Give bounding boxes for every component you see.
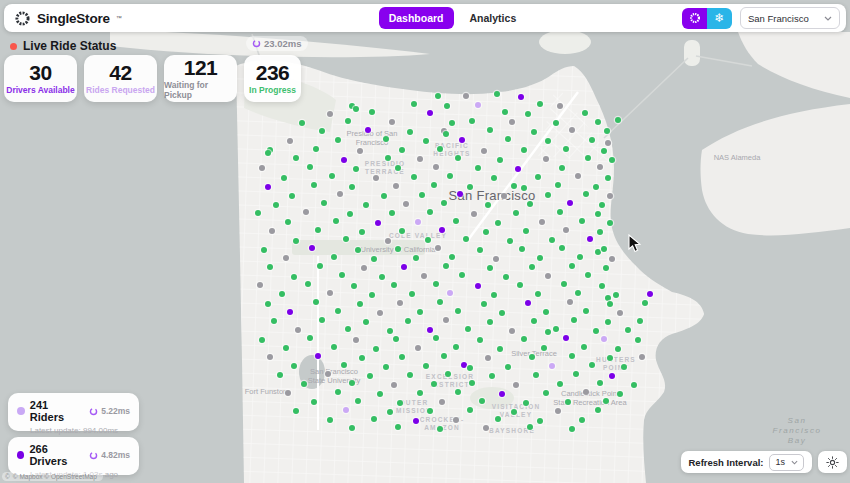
ride-dot <box>395 424 401 430</box>
ride-dot <box>443 263 449 269</box>
ride-dot <box>607 301 613 307</box>
brand: SingleStore ™ <box>14 10 122 27</box>
ride-dot <box>481 148 487 154</box>
ride-dot <box>535 291 541 297</box>
ride-dot <box>485 202 491 208</box>
ride-dot <box>337 191 343 197</box>
ride-dot <box>607 355 613 361</box>
ride-dot <box>595 249 601 255</box>
refresh-interval-control: Refresh Interval: 1s <box>681 451 813 473</box>
ride-dot <box>353 337 359 343</box>
ride-dot <box>327 290 333 296</box>
ride-dot <box>601 148 607 154</box>
ride-dot <box>545 273 551 279</box>
ride-dot <box>311 399 317 405</box>
refresh-interval-label: Refresh Interval: <box>689 457 764 468</box>
ride-dot <box>607 193 613 199</box>
ride-dot <box>518 94 524 100</box>
ride-dot <box>441 200 447 206</box>
ride-dot <box>437 299 443 305</box>
ride-dot <box>305 281 311 287</box>
ride-dot <box>613 292 619 298</box>
ride-dot <box>545 192 551 198</box>
riders-latency: 5.22ms <box>89 406 130 416</box>
ride-dot <box>579 218 585 224</box>
ride-dot <box>307 164 313 170</box>
ride-dot <box>585 155 591 161</box>
ride-dot <box>609 157 615 163</box>
ride-dot <box>389 210 395 216</box>
ride-dot <box>502 109 508 115</box>
singlestore-toggle-button[interactable] <box>682 8 707 29</box>
ride-dot <box>571 317 577 323</box>
ride-dot <box>609 256 615 262</box>
ride-dot <box>291 274 297 280</box>
tab-analytics[interactable]: Analytics <box>460 7 527 29</box>
ride-dot <box>319 317 325 323</box>
ride-dot <box>435 245 441 251</box>
ride-dot <box>353 106 359 112</box>
ride-dot <box>277 372 283 378</box>
ride-dot <box>391 282 397 288</box>
ride-dot <box>353 166 359 172</box>
ride-dot <box>607 220 613 226</box>
ride-dot <box>375 220 381 226</box>
ride-dot <box>605 140 611 146</box>
theme-toggle-button[interactable] <box>818 451 847 473</box>
snowflake-icon: ❄ <box>714 12 724 24</box>
city-select[interactable]: San Francisco <box>740 7 840 29</box>
ride-dot <box>465 326 471 332</box>
ride-dot <box>557 103 563 109</box>
ride-dot <box>543 390 549 396</box>
ride-dot <box>411 101 417 107</box>
stat-drivers-available: 30 Drivers Available <box>4 55 77 102</box>
ride-dot <box>387 409 393 415</box>
ride-dot <box>523 228 529 234</box>
ride-dot <box>279 291 285 297</box>
ride-dot <box>581 344 587 350</box>
ride-dot <box>363 319 369 325</box>
database-toggle: ❄ <box>682 8 732 29</box>
ride-dot <box>329 173 335 179</box>
ride-dot <box>535 174 541 180</box>
ride-dot <box>399 228 405 234</box>
ride-dot <box>625 327 631 333</box>
ride-dot <box>553 120 559 126</box>
ride-dot <box>537 418 543 424</box>
ride-dot <box>441 353 447 359</box>
ride-dot <box>431 381 437 387</box>
refresh-interval-select[interactable]: 1s <box>769 454 804 471</box>
ride-dot <box>377 310 383 316</box>
ride-dot <box>469 380 475 386</box>
tab-dashboard[interactable]: Dashboard <box>379 7 454 29</box>
ride-dot <box>477 247 483 253</box>
ride-dot <box>603 398 609 404</box>
ride-dot <box>427 209 433 215</box>
ride-dot <box>567 200 573 206</box>
ride-dot <box>521 185 527 191</box>
ride-dot <box>459 137 465 143</box>
ride-dot <box>631 382 637 388</box>
riders-count: 241 Riders <box>30 399 84 423</box>
ride-dot <box>347 211 353 217</box>
ride-dot <box>433 281 439 287</box>
ride-dot <box>475 165 481 171</box>
ride-dot <box>311 182 317 188</box>
ride-dot <box>467 184 473 190</box>
drivers-latency: 4.82ms <box>89 450 130 460</box>
ride-dot <box>341 157 347 163</box>
ride-dot <box>393 183 399 189</box>
ride-dot <box>433 335 439 341</box>
stats-row: 30 Drivers Available 42 Rides Requested … <box>4 55 301 102</box>
ride-dot <box>471 211 477 217</box>
ride-dot <box>501 193 507 199</box>
ride-dot <box>407 372 413 378</box>
ride-dot <box>303 209 309 215</box>
ride-dot <box>583 191 589 197</box>
map-attribution[interactable]: © © Mapbox © OpenStreetMap <box>2 472 103 481</box>
ride-dot <box>267 264 273 270</box>
ride-dot <box>427 408 433 414</box>
snowflake-toggle-button[interactable]: ❄ <box>707 8 732 29</box>
ride-dot <box>605 319 611 325</box>
ride-dot <box>537 101 543 107</box>
